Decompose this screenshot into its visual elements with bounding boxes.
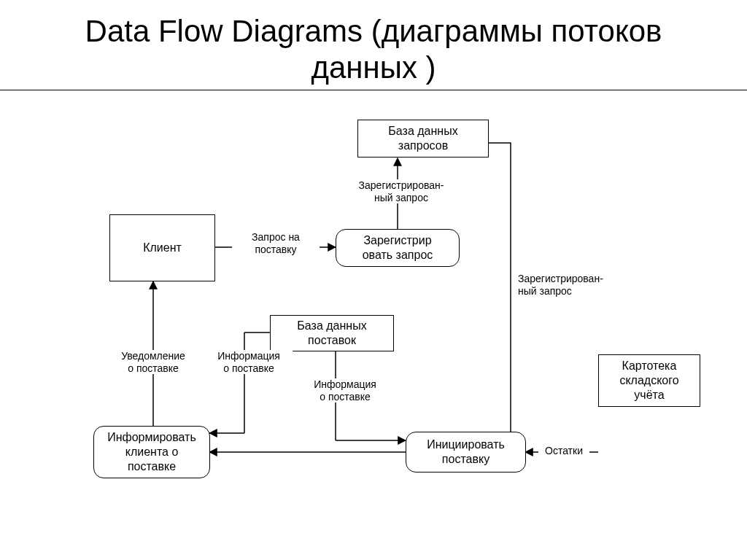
edge-client-to-register: Запрос на поставку (232, 231, 320, 256)
edge-warehouse-to-initiate: Остатки (538, 445, 589, 457)
node-client: Клиент (109, 214, 215, 281)
edge-supplies-to-initiate: Информация о поставке (301, 378, 389, 403)
edge-supplies-to-inform: Информация о поставке (205, 350, 293, 375)
edge-register-to-db: Зарегистрирован- ный запрос (343, 179, 460, 204)
edge-db-to-initiate: Зарегистрирован- ный запрос (518, 273, 642, 298)
node-requests-db: База данных запросов (357, 120, 489, 158)
node-register-request: Зарегистрир овать запрос (336, 229, 460, 267)
node-initiate-supply: Инициировать поставку (406, 432, 526, 472)
node-inform-client: Информировать клиента о поставке (93, 426, 210, 478)
diagram-canvas: Клиент Зарегистрир овать запрос База дан… (0, 90, 747, 542)
node-supplies-db: База данных поставок (270, 315, 394, 351)
edge-inform-to-client: Уведомление о поставке (109, 350, 197, 375)
node-warehouse-card: Картотека складского учёта (598, 354, 700, 407)
page-title: Data Flow Diagrams (диаграммы потоков да… (29, 13, 718, 87)
